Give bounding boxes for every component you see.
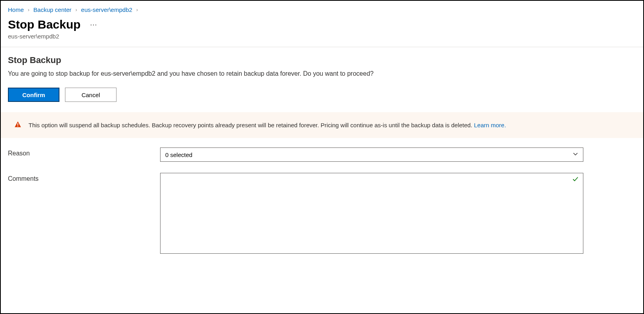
page-header: Stop Backup ··· eus-server\empdb2: [1, 15, 643, 47]
breadcrumb: Home › Backup center › eus-server\empdb2…: [1, 1, 643, 15]
form-area: Reason 0 selected Comments: [1, 138, 643, 276]
reason-select[interactable]: 0 selected: [160, 147, 583, 162]
banner-message: This option will suspend all backup sche…: [29, 122, 474, 128]
chevron-right-icon: ›: [136, 7, 138, 13]
info-banner: This option will suspend all backup sche…: [1, 112, 643, 138]
chevron-down-icon: [573, 151, 578, 158]
svg-rect-0: [17, 123, 18, 126]
reason-label: Reason: [8, 147, 160, 157]
reason-select-value: 0 selected: [165, 151, 192, 158]
banner-text: This option will suspend all backup sche…: [29, 122, 506, 128]
comments-label: Comments: [8, 173, 160, 182]
cancel-button[interactable]: Cancel: [65, 88, 117, 102]
breadcrumb-backup-center[interactable]: Backup center: [33, 6, 71, 13]
section-description: You are going to stop backup for eus-ser…: [8, 70, 636, 77]
learn-more-link[interactable]: Learn more.: [474, 122, 506, 128]
more-actions-icon[interactable]: ···: [90, 21, 97, 29]
page-subtitle: eus-server\empdb2: [8, 33, 636, 40]
breadcrumb-resource[interactable]: eus-server\empdb2: [81, 6, 132, 13]
comments-textarea[interactable]: [160, 173, 583, 254]
page-title: Stop Backup: [8, 18, 80, 31]
warning-icon: [14, 121, 21, 129]
section-title: Stop Backup: [8, 55, 636, 65]
confirm-section: Stop Backup You are going to stop backup…: [1, 47, 643, 112]
confirm-button[interactable]: Confirm: [8, 88, 59, 102]
chevron-right-icon: ›: [75, 7, 77, 13]
chevron-right-icon: ›: [28, 7, 29, 13]
breadcrumb-home[interactable]: Home: [8, 6, 24, 13]
svg-rect-1: [17, 126, 18, 126]
